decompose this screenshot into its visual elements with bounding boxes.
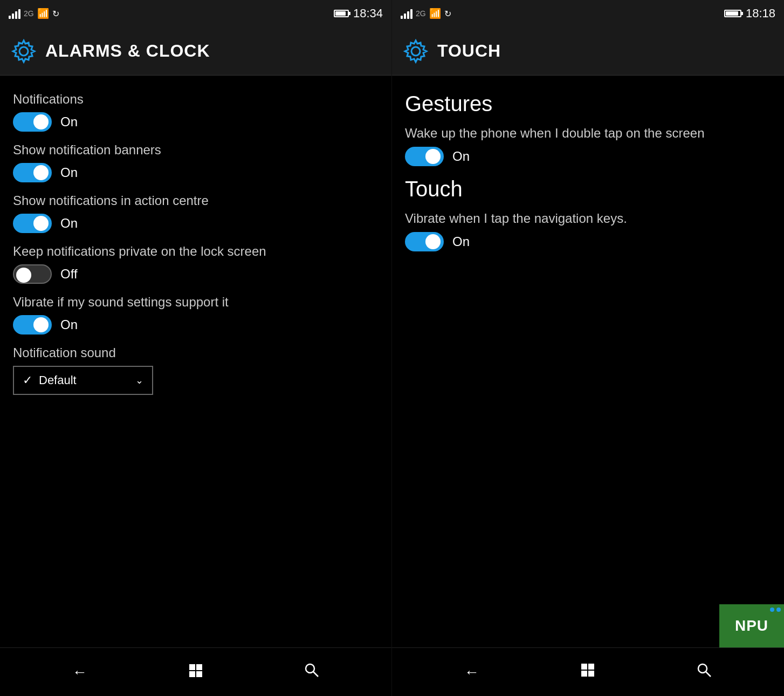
right-content: Gestures Wake up the phone when I double… — [392, 76, 784, 647]
vibrate-toggle-knob — [33, 317, 49, 332]
signal-bars-icon — [9, 8, 20, 19]
left-search-button[interactable] — [299, 657, 325, 687]
chevron-down-icon: ⌄ — [135, 374, 143, 386]
show-banners-state: On — [60, 165, 78, 180]
svg-rect-4 — [196, 671, 202, 677]
dropdown-value: Default — [39, 373, 129, 387]
left-panel: 2G 📶 ↻ 18:34 ALARMS & CLOCK Notification… — [0, 0, 392, 696]
alarms-gear-icon — [11, 38, 37, 64]
right-status-left: 2G 📶 ↻ — [401, 8, 451, 19]
right-status-bar: 2G 📶 ↻ 18:18 — [392, 0, 784, 27]
vibrate-toggle[interactable] — [13, 315, 52, 335]
left-back-button[interactable]: ← — [67, 658, 93, 686]
wifi-icon: 📶 — [37, 8, 49, 19]
svg-point-5 — [306, 664, 314, 673]
lock-screen-toggle-knob — [16, 268, 31, 283]
right-search-button[interactable] — [691, 657, 717, 687]
svg-rect-3 — [189, 671, 195, 677]
sync-icon: ↻ — [52, 9, 59, 19]
nav-vibrate-label: Vibrate when I tap the navigation keys. — [405, 210, 771, 227]
vibrate-row: On — [13, 315, 379, 335]
right-home-button[interactable] — [575, 657, 601, 687]
nav-vibrate-toggle-knob — [425, 234, 441, 249]
double-tap-label: Wake up the phone when I double tap on t… — [405, 125, 771, 141]
left-nav-bar: ← — [0, 647, 391, 696]
dot1 — [770, 608, 774, 612]
notifications-toggle-knob — [33, 114, 49, 129]
left-content: Notifications On Show notification banne… — [0, 76, 391, 647]
notifications-row: On — [13, 112, 379, 132]
nav-vibrate-state: On — [452, 234, 470, 249]
network-2g-icon: 2G — [24, 9, 34, 18]
lock-screen-state: Off — [60, 267, 78, 282]
right-nav-bar: ← — [392, 647, 784, 696]
notifications-label: Notifications — [13, 92, 379, 107]
show-banners-toggle[interactable] — [13, 163, 52, 182]
touch-heading: Touch — [405, 177, 771, 201]
double-tap-row: On — [405, 147, 771, 166]
right-panel: 2G 📶 ↻ 18:18 TOUCH Gestures Wake up the … — [392, 0, 784, 696]
svg-line-6 — [313, 672, 318, 677]
watermark-text: NPU — [735, 617, 768, 634]
svg-point-12 — [698, 664, 707, 673]
vibrate-label: Vibrate if my sound settings support it — [13, 295, 379, 310]
svg-rect-2 — [196, 664, 202, 670]
svg-rect-1 — [189, 664, 195, 670]
left-app-header: ALARMS & CLOCK — [0, 27, 391, 76]
action-centre-toggle[interactable] — [13, 214, 52, 233]
npu-watermark: NPU — [719, 604, 784, 647]
notifications-toggle[interactable] — [13, 112, 52, 132]
left-app-title: ALARMS & CLOCK — [45, 41, 210, 61]
svg-rect-11 — [588, 671, 594, 677]
right-battery-icon — [724, 10, 741, 17]
action-centre-state: On — [60, 216, 78, 231]
nav-vibrate-toggle[interactable] — [405, 232, 444, 251]
double-tap-toggle[interactable] — [405, 147, 444, 166]
vibrate-state: On — [60, 317, 78, 332]
double-tap-state: On — [452, 149, 470, 164]
right-sync-icon: ↻ — [444, 9, 451, 19]
lock-screen-toggle[interactable] — [13, 264, 52, 284]
double-tap-toggle-knob — [425, 149, 441, 164]
right-signal-bars-icon — [401, 8, 412, 19]
left-home-button[interactable] — [183, 658, 209, 687]
notification-sound-label: Notification sound — [13, 345, 379, 360]
right-wifi-icon: 📶 — [429, 8, 441, 19]
action-centre-label: Show notifications in action centre — [13, 193, 379, 208]
nav-vibrate-row: On — [405, 232, 771, 251]
gestures-heading: Gestures — [405, 92, 771, 116]
action-centre-toggle-knob — [33, 216, 49, 231]
svg-line-13 — [706, 672, 711, 677]
left-status-left: 2G 📶 ↻ — [9, 8, 59, 19]
right-app-title: TOUCH — [437, 41, 501, 61]
right-back-button[interactable]: ← — [459, 658, 485, 686]
right-network-icon: 2G — [416, 9, 426, 18]
show-banners-toggle-knob — [33, 165, 49, 180]
lock-screen-row: Off — [13, 264, 379, 284]
watermark-dots — [770, 608, 781, 612]
left-time: 18:34 — [353, 6, 383, 21]
touch-gear-icon — [403, 38, 429, 64]
battery-icon — [334, 10, 349, 17]
right-status-right: 18:18 — [724, 6, 775, 21]
notification-sound-dropdown[interactable]: ✓ Default ⌄ — [13, 366, 153, 395]
show-banners-row: On — [13, 163, 379, 182]
dropdown-check-icon: ✓ — [23, 373, 32, 387]
action-centre-row: On — [13, 214, 379, 233]
left-status-right: 18:34 — [334, 6, 383, 21]
dot2 — [776, 608, 781, 612]
right-time: 18:18 — [746, 6, 775, 21]
right-app-header: TOUCH — [392, 27, 784, 76]
notifications-state: On — [60, 114, 78, 129]
lock-screen-label: Keep notifications private on the lock s… — [13, 244, 379, 259]
svg-rect-10 — [581, 671, 587, 677]
left-status-bar: 2G 📶 ↻ 18:34 — [0, 0, 391, 27]
svg-point-7 — [411, 47, 420, 56]
show-banners-label: Show notification banners — [13, 142, 379, 158]
svg-rect-9 — [588, 664, 594, 670]
svg-point-0 — [19, 47, 28, 56]
svg-rect-8 — [581, 664, 587, 670]
